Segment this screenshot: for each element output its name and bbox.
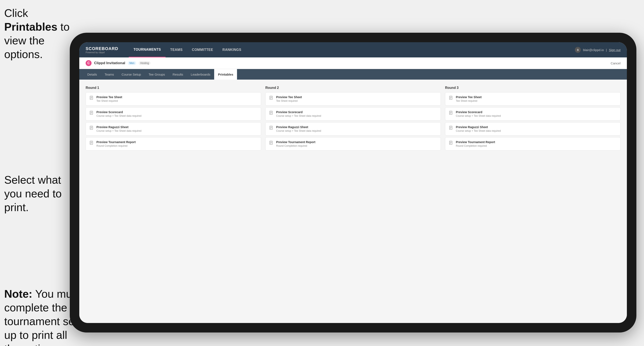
document-icon-3 xyxy=(89,126,94,130)
instruction-top: Click Printables to view the options. xyxy=(4,6,72,61)
tournament-badge: Men xyxy=(128,61,136,65)
round-3-scorecard-title: Preview Scorecard xyxy=(456,110,617,114)
round-1-scorecard-content: Preview Scorecard Course setup + Tee She… xyxy=(96,110,258,117)
round-3-cards: Preview Tee Sheet Tee Sheet required xyxy=(445,92,620,151)
round-1-tee-sheet[interactable]: Preview Tee Sheet Tee Sheet required xyxy=(86,92,261,106)
doc-icon-r3-3 xyxy=(449,126,453,130)
round-2-raguzzi-title: Preview Raguzzi Sheet xyxy=(276,125,437,129)
round-1-cards: Preview Tee Sheet Tee Sheet required xyxy=(86,92,261,151)
round-1-tee-sheet-subtitle: Tee Sheet required xyxy=(96,99,258,102)
tab-results[interactable]: Results xyxy=(169,69,187,80)
document-icon xyxy=(89,96,94,100)
tournament-info: C Clippd Invitational Men Hosting xyxy=(86,60,150,66)
round-2-scorecard-subtitle: Course setup + Tee Sheet data required xyxy=(276,114,437,117)
round-3-tee-sheet-title: Preview Tee Sheet xyxy=(456,95,617,99)
round-2-tournament-report[interactable]: Preview Tournament Report Round Completi… xyxy=(265,137,441,151)
round-1-raguzzi-title: Preview Raguzzi Sheet xyxy=(96,125,258,129)
doc-icon-r2-2 xyxy=(269,111,274,115)
round-1-tournament-report[interactable]: Preview Tournament Report Round Completi… xyxy=(86,137,261,151)
main-content: Round 1 Preview Tee Sheet Tee S xyxy=(79,80,627,323)
round-2-section: Round 2 Preview Tee Sheet Tee S xyxy=(265,86,441,151)
tab-teams[interactable]: Teams xyxy=(101,69,118,80)
doc-icon-r3-4 xyxy=(449,141,453,145)
tab-details[interactable]: Details xyxy=(84,69,101,80)
doc-icon-r3-1 xyxy=(449,96,453,100)
doc-icon-r2-3 xyxy=(269,126,274,130)
round-2-scorecard-title: Preview Scorecard xyxy=(276,110,437,114)
instruction-middle: Select what you need to print. xyxy=(4,173,72,214)
round-2-raguzzi[interactable]: Preview Raguzzi Sheet Course setup + Tee… xyxy=(265,122,441,136)
tab-tee-groups[interactable]: Tee Groups xyxy=(145,69,169,80)
round-2-tee-sheet-title: Preview Tee Sheet xyxy=(276,95,437,99)
nav-committee[interactable]: COMMITTEE xyxy=(187,42,218,57)
printables-bold: Printables xyxy=(4,21,57,33)
round-3-scorecard[interactable]: Preview Scorecard Course setup + Tee She… xyxy=(445,107,620,121)
round-1-report-content: Preview Tournament Report Round Completi… xyxy=(96,140,258,147)
document-icon-2 xyxy=(89,111,94,115)
nav-teams[interactable]: TEAMS xyxy=(166,42,187,57)
round-2-report-subtitle: Round Completion required xyxy=(276,144,437,147)
scoreboard-logo: SCOREBOARD Powered by clippd xyxy=(86,46,118,54)
tournament-name: Clippd Invitational xyxy=(94,61,125,65)
round-2-cards: Preview Tee Sheet Tee Sheet required xyxy=(265,92,441,151)
sign-out-link[interactable]: Sign out xyxy=(609,48,620,52)
round-1-report-title: Preview Tournament Report xyxy=(96,140,258,144)
tab-leaderboards[interactable]: Leaderboards xyxy=(187,69,214,80)
tab-course-setup[interactable]: Course Setup xyxy=(118,69,145,80)
rounds-container: Round 1 Preview Tee Sheet Tee S xyxy=(86,86,620,151)
round-1-raguzzi[interactable]: Preview Raguzzi Sheet Course setup + Tee… xyxy=(86,122,261,136)
top-nav: SCOREBOARD Powered by clippd TOURNAMENTS… xyxy=(79,42,627,57)
tab-bar: Details Teams Course Setup Tee Groups Re… xyxy=(79,69,627,80)
round-1-raguzzi-content: Preview Raguzzi Sheet Course setup + Tee… xyxy=(96,125,258,132)
document-icon-4 xyxy=(89,141,94,145)
tab-printables[interactable]: Printables xyxy=(214,69,237,80)
sub-header: C Clippd Invitational Men Hosting Cancel xyxy=(79,57,627,69)
tablet-frame: SCOREBOARD Powered by clippd TOURNAMENTS… xyxy=(70,33,636,333)
round-3-raguzzi[interactable]: Preview Raguzzi Sheet Course setup + Tee… xyxy=(445,122,620,136)
round-2-title: Round 2 xyxy=(265,86,441,90)
cancel-button[interactable]: Cancel xyxy=(610,61,620,65)
top-nav-links: TOURNAMENTS TEAMS COMMITTEE RANKINGS xyxy=(129,42,575,57)
round-2-scorecard[interactable]: Preview Scorecard Course setup + Tee She… xyxy=(265,107,441,121)
round-3-section: Round 3 Preview Tee Sheet Tee S xyxy=(445,86,620,151)
hosting-badge: Hosting xyxy=(139,61,151,65)
nav-tournaments[interactable]: TOURNAMENTS xyxy=(129,42,166,57)
round-2-tee-sheet-subtitle: Tee Sheet required xyxy=(276,99,437,102)
user-email: blair@clippd.io xyxy=(583,48,604,52)
round-3-raguzzi-subtitle: Course setup + Tee Sheet data required xyxy=(456,129,617,132)
round-3-report-title: Preview Tournament Report xyxy=(456,140,617,144)
doc-icon-r3-2 xyxy=(449,111,453,115)
round-3-raguzzi-title: Preview Raguzzi Sheet xyxy=(456,125,617,129)
round-3-title: Round 3 xyxy=(445,86,620,90)
scoreboard-title: SCOREBOARD xyxy=(86,46,118,51)
round-1-tee-sheet-content: Preview Tee Sheet Tee Sheet required xyxy=(96,95,258,102)
round-3-tee-sheet[interactable]: Preview Tee Sheet Tee Sheet required xyxy=(445,92,620,106)
round-3-scorecard-subtitle: Course setup + Tee Sheet data required xyxy=(456,114,617,117)
round-1-scorecard[interactable]: Preview Scorecard Course setup + Tee She… xyxy=(86,107,261,121)
round-1-section: Round 1 Preview Tee Sheet Tee S xyxy=(86,86,261,151)
doc-icon-r2-4 xyxy=(269,141,274,145)
round-1-tee-sheet-title: Preview Tee Sheet xyxy=(96,95,258,99)
round-1-raguzzi-subtitle: Course setup + Tee Sheet data required xyxy=(96,129,258,132)
round-2-raguzzi-subtitle: Course setup + Tee Sheet data required xyxy=(276,129,437,132)
user-avatar: B xyxy=(575,47,581,53)
round-1-scorecard-title: Preview Scorecard xyxy=(96,110,258,114)
doc-icon-r2-1 xyxy=(269,96,274,100)
round-3-tournament-report[interactable]: Preview Tournament Report Round Completi… xyxy=(445,137,620,151)
note-bold: Note: xyxy=(4,288,32,300)
top-nav-user: B blair@clippd.io | Sign out xyxy=(575,47,620,53)
round-1-title: Round 1 xyxy=(86,86,261,90)
scoreboard-powered: Powered by clippd xyxy=(86,51,118,54)
round-2-tee-sheet[interactable]: Preview Tee Sheet Tee Sheet required xyxy=(265,92,441,106)
tournament-logo: C xyxy=(86,60,92,66)
tablet-screen: SCOREBOARD Powered by clippd TOURNAMENTS… xyxy=(79,42,627,323)
round-3-report-subtitle: Round Completion required xyxy=(456,144,617,147)
nav-rankings[interactable]: RANKINGS xyxy=(218,42,246,57)
user-separator: | xyxy=(606,48,607,52)
round-1-scorecard-subtitle: Course setup + Tee Sheet data required xyxy=(96,114,258,117)
round-3-tee-sheet-subtitle: Tee Sheet required xyxy=(456,99,617,102)
round-1-report-subtitle: Round Completion required xyxy=(96,144,258,147)
round-2-report-title: Preview Tournament Report xyxy=(276,140,437,144)
